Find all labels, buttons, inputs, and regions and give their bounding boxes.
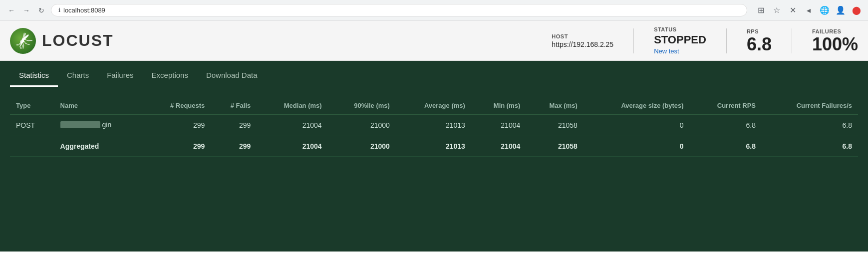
main-content: Type Name # Requests # Fails Median (ms)…	[0, 87, 868, 252]
status-stat: STATUS STOPPED New test	[654, 26, 706, 55]
extension3-icon[interactable]: 🌐	[819, 5, 830, 16]
agg-rps: 6.8	[690, 136, 762, 157]
col-max: Max (ms)	[526, 97, 583, 115]
tab-exceptions[interactable]: Exceptions	[143, 64, 197, 87]
row-avg-size: 0	[583, 115, 690, 136]
status-label: STATUS	[654, 26, 706, 32]
forward-button[interactable]: →	[21, 5, 32, 16]
divider-3	[792, 28, 792, 53]
close-icon[interactable]: ⬤	[851, 5, 862, 16]
col-median: Median (ms)	[257, 97, 327, 115]
col-name: Name	[54, 97, 145, 115]
row-fails: 299	[211, 115, 257, 136]
agg-avg-size: 0	[583, 136, 690, 157]
table-row: POST gin 299 299 21004 21000 21013 21004…	[10, 115, 858, 136]
reload-button[interactable]: ↻	[36, 5, 47, 16]
col-average: Average (ms)	[396, 97, 471, 115]
browser-toolbar: ⊞ ☆ ✕ ◂ 🌐 👤 ⬤	[755, 5, 862, 16]
rps-stat: RPS 6.8	[747, 28, 772, 53]
translate-icon[interactable]: ⊞	[755, 5, 766, 16]
agg-90ile: 21000	[328, 136, 396, 157]
failures-value: 100%	[812, 35, 858, 53]
col-90ile: 90%ile (ms)	[328, 97, 396, 115]
extension1-icon[interactable]: ✕	[787, 5, 798, 16]
rps-label: RPS	[747, 28, 772, 34]
row-median: 21004	[257, 115, 327, 136]
agg-fails: 299	[211, 136, 257, 157]
row-average: 21013	[396, 115, 471, 136]
profile-icon[interactable]: 👤	[835, 5, 846, 16]
row-max: 21058	[526, 115, 583, 136]
bookmark-icon[interactable]: ☆	[771, 5, 782, 16]
new-test-link[interactable]: New test	[654, 47, 679, 55]
tab-statistics[interactable]: Statistics	[10, 64, 58, 87]
failures-label: FAILURES	[812, 28, 858, 34]
row-requests: 299	[144, 115, 211, 136]
row-type: POST	[10, 115, 54, 136]
logo-area: 🦟 LOCUST	[10, 28, 552, 54]
row-90ile: 21000	[328, 115, 396, 136]
divider-2	[726, 28, 727, 53]
locust-bug-icon: 🦟	[11, 29, 35, 52]
row-min: 21004	[471, 115, 526, 136]
agg-average: 21013	[396, 136, 471, 157]
tab-charts[interactable]: Charts	[58, 64, 98, 87]
aggregated-row: Aggregated 299 299 21004 21000 21013 210…	[10, 136, 858, 157]
address-bar[interactable]: ℹ localhost:8089	[51, 4, 747, 16]
statistics-table: Type Name # Requests # Fails Median (ms)…	[10, 97, 858, 157]
security-icon: ℹ	[58, 7, 60, 13]
url-text: localhost:8089	[63, 6, 105, 14]
table-header-row: Type Name # Requests # Fails Median (ms)…	[10, 97, 858, 115]
agg-failures-s: 6.8	[762, 136, 858, 157]
row-rps: 6.8	[690, 115, 762, 136]
agg-max: 21058	[526, 136, 583, 157]
col-type: Type	[10, 97, 54, 115]
col-current-rps: Current RPS	[690, 97, 762, 115]
divider-1	[633, 28, 634, 53]
redacted-block	[60, 121, 100, 128]
agg-min: 21004	[471, 136, 526, 157]
nav-tabs: Statistics Charts Failures Exceptions Do…	[0, 61, 868, 87]
agg-label: Aggregated	[54, 136, 145, 157]
agg-type	[10, 136, 54, 157]
redacted-url: gin	[60, 121, 112, 129]
host-label: HOST	[552, 33, 613, 39]
host-value: https://192.168.2.25	[552, 40, 613, 48]
col-failures-s: Current Failures/s	[762, 97, 858, 115]
back-button[interactable]: ←	[6, 5, 17, 16]
col-requests: # Requests	[144, 97, 211, 115]
browser-chrome: ← → ↻ ℹ localhost:8089 ⊞ ☆ ✕ ◂ 🌐 👤 ⬤	[0, 0, 868, 21]
host-stat: HOST https://192.168.2.25	[552, 33, 613, 48]
rps-value: 6.8	[747, 35, 772, 53]
header-stats: HOST https://192.168.2.25 STATUS STOPPED…	[552, 26, 858, 55]
col-avg-size: Average size (bytes)	[583, 97, 690, 115]
col-min: Min (ms)	[471, 97, 526, 115]
extension2-icon[interactable]: ◂	[803, 5, 814, 16]
app-logo-text: LOCUST	[42, 31, 114, 50]
tab-download-data[interactable]: Download Data	[197, 64, 267, 87]
app-header: 🦟 LOCUST HOST https://192.168.2.25 STATU…	[0, 21, 868, 61]
tab-failures[interactable]: Failures	[98, 64, 142, 87]
agg-requests: 299	[144, 136, 211, 157]
agg-median: 21004	[257, 136, 327, 157]
status-value: STOPPED	[654, 33, 706, 46]
failures-stat: FAILURES 100%	[812, 28, 858, 53]
logo-icon: 🦟	[10, 28, 36, 54]
col-fails: # Fails	[211, 97, 257, 115]
row-name-suffix: gin	[102, 121, 112, 129]
row-failures-s: 6.8	[762, 115, 858, 136]
row-name: gin	[54, 115, 145, 136]
